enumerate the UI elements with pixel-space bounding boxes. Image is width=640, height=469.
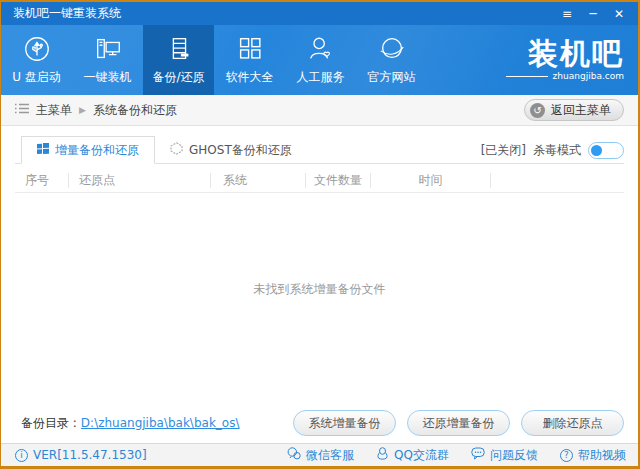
column-header-filler	[491, 173, 624, 188]
breadcrumb: 主菜单 ▶ 系统备份和还原	[15, 102, 177, 119]
person-icon	[306, 34, 336, 64]
delete-restore-point-button[interactable]: 删除还原点	[521, 410, 624, 436]
status-link-label: 帮助视频	[578, 447, 626, 464]
logo-domain: zhuangjiba.com	[553, 71, 624, 81]
nav-item-software[interactable]: 软件大全	[214, 25, 285, 95]
grid-icon	[235, 34, 265, 64]
logo-divider	[506, 76, 548, 77]
window-title: 装机吧一键重装系统	[13, 5, 121, 22]
back-to-main-menu-button[interactable]: ↺ 返回主菜单	[524, 99, 624, 121]
feedback-icon	[471, 447, 485, 463]
help-icon: ?	[560, 449, 573, 462]
column-header-restore-point: 还原点	[69, 173, 211, 188]
breadcrumb-root[interactable]: 主菜单	[36, 102, 72, 119]
breadcrumb-current: 系统备份和还原	[93, 102, 177, 119]
menu-list-icon	[15, 103, 29, 117]
content-panel: 增量备份和还原 GHOST备份和还原 [已关闭] 杀毒模式 序号 还原点 系统 …	[1, 126, 638, 443]
antivirus-mode: [已关闭] 杀毒模式	[481, 142, 624, 159]
nav-item-website[interactable]: 官方网站	[356, 25, 427, 95]
version-info: i VER[11.5.47.1530]	[15, 448, 147, 462]
footer-action-bar: 备份目录 : D:\zhuangjiba\bak\bak_os\ 系统增量备份 …	[1, 409, 638, 437]
title-bar: 装机吧一键重装系统 ≡ ─ ✕	[1, 2, 638, 25]
wechat-icon	[287, 447, 301, 463]
wechat-service-link[interactable]: 微信客服	[287, 447, 354, 464]
backup-directory-link[interactable]: D:\zhuangjiba\bak\bak_os\	[81, 416, 240, 430]
help-video-link[interactable]: ? 帮助视频	[560, 447, 626, 464]
feedback-link[interactable]: 问题反馈	[471, 447, 538, 464]
info-icon: i	[15, 449, 28, 462]
nav-item-label: U 盘启动	[12, 69, 61, 86]
logo-text: 装机吧	[528, 39, 624, 69]
tab-incremental-backup[interactable]: 增量备份和还原	[21, 136, 155, 164]
status-bar: i VER[11.5.47.1530] 微信客服	[1, 443, 638, 466]
back-button-label: 返回主菜单	[551, 102, 611, 119]
ghost-icon	[170, 142, 183, 158]
nav-item-backup-restore[interactable]: 备份/还原	[143, 25, 214, 95]
desktop-frame: 装机吧一键重装系统 ≡ ─ ✕ U 盘启动	[0, 0, 640, 469]
footer-buttons: 系统增量备份 还原增量备份 删除还原点	[293, 410, 624, 436]
column-header-file-count: 文件数量	[306, 173, 371, 188]
computer-icon	[92, 34, 124, 64]
nav-item-label: 一键装机	[84, 69, 132, 86]
breadcrumb-bar: 主菜单 ▶ 系统备份和还原 ↺ 返回主菜单	[1, 95, 638, 126]
nav-item-one-key-install[interactable]: 一键装机	[72, 25, 143, 95]
column-header-index: 序号	[15, 173, 69, 188]
nav-item-support[interactable]: 人工服务	[285, 25, 356, 95]
nav-item-label: 软件大全	[226, 69, 274, 86]
status-link-label: 微信客服	[306, 447, 354, 464]
app-window: 装机吧一键重装系统 ≡ ─ ✕ U 盘启动	[1, 2, 638, 466]
server-icon	[164, 34, 194, 64]
nav-item-label: 备份/还原	[152, 69, 204, 86]
tab-strip: 增量备份和还原 GHOST备份和还原	[21, 136, 307, 164]
antivirus-toggle[interactable]	[588, 142, 624, 159]
breadcrumb-separator-icon: ▶	[79, 105, 86, 115]
toggle-knob	[591, 145, 602, 156]
tab-ghost-backup[interactable]: GHOST备份和还原	[155, 136, 307, 164]
version-text: VER[11.5.47.1530]	[33, 448, 147, 462]
nav-item-usb-boot[interactable]: U 盘启动	[1, 25, 72, 95]
table-header: 序号 还原点 系统 文件数量 时间	[15, 168, 624, 193]
menu-icon[interactable]: ≡	[556, 5, 578, 23]
window-controls: ≡ ─ ✕	[556, 5, 630, 23]
status-link-label: QQ交流群	[394, 447, 449, 464]
back-arrow-icon: ↺	[530, 103, 545, 118]
windows-flag-icon	[37, 143, 49, 158]
main-nav: U 盘启动 一键装机 备份/还原	[1, 25, 638, 95]
antivirus-mode-label: 杀毒模式	[533, 142, 581, 159]
tab-label: 增量备份和还原	[55, 142, 139, 159]
column-header-system: 系统	[211, 173, 306, 188]
status-links: 微信客服 QQ交流群	[287, 447, 626, 464]
restore-incremental-backup-button[interactable]: 还原增量备份	[407, 410, 510, 436]
minimize-icon[interactable]: ─	[582, 5, 604, 23]
backup-directory-label: 备份目录 :	[21, 415, 77, 432]
tab-label: GHOST备份和还原	[189, 142, 292, 159]
brand-logo[interactable]: 装机吧 zhuangjiba.com	[506, 25, 624, 95]
qq-icon	[376, 447, 389, 463]
close-icon[interactable]: ✕	[608, 5, 630, 23]
empty-state-message: 未找到系统增量备份文件	[15, 281, 624, 298]
usb-icon	[22, 34, 52, 64]
status-link-label: 问题反馈	[490, 447, 538, 464]
system-incremental-backup-button[interactable]: 系统增量备份	[293, 410, 396, 436]
nav-item-label: 官方网站	[368, 69, 416, 86]
nav-item-label: 人工服务	[297, 69, 345, 86]
antivirus-status: [已关闭]	[481, 142, 526, 159]
column-header-time: 时间	[371, 173, 491, 188]
backup-directory: 备份目录 : D:\zhuangjiba\bak\bak_os\	[21, 415, 239, 432]
qq-group-link[interactable]: QQ交流群	[376, 447, 449, 464]
globe-icon	[377, 34, 407, 64]
